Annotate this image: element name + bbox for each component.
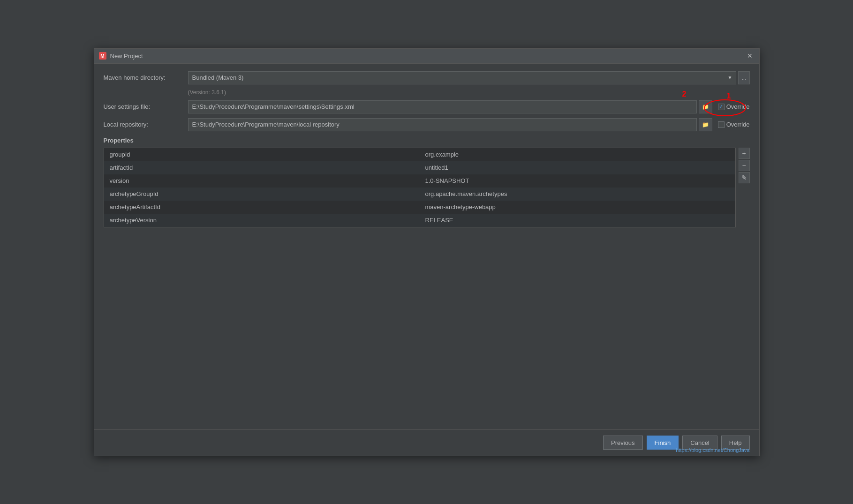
user-settings-override-label: Override: [726, 103, 750, 110]
property-value: untitled1: [420, 161, 735, 174]
property-value: org.example: [420, 148, 735, 161]
add-property-button[interactable]: +: [739, 148, 750, 159]
folder-icon: 📁: [702, 121, 709, 128]
local-repo-override-group: Override: [718, 121, 750, 128]
new-project-dialog: M New Project ✕ Maven home directory: Bu…: [94, 48, 760, 456]
footer: Previous Finish Cancel Help: [94, 429, 759, 456]
property-value: 1.0-SNAPSHOT: [420, 174, 735, 188]
remove-property-button[interactable]: −: [739, 160, 750, 171]
previous-button[interactable]: Previous: [603, 436, 643, 450]
table-row[interactable]: groupIdorg.example: [104, 148, 735, 161]
chevron-down-icon: ▼: [728, 75, 732, 80]
local-repo-browse-button[interactable]: 📁: [699, 118, 712, 131]
user-settings-override-checkbox[interactable]: [718, 104, 725, 110]
local-repo-row: Local repository: 📁 Override: [104, 118, 750, 131]
maven-home-value: Bundled (Maven 3): [192, 74, 244, 81]
property-key: artifactId: [104, 161, 420, 174]
table-row[interactable]: archetypeArtifactIdmaven-archetype-webap…: [104, 201, 735, 214]
property-key: archetypeGroupId: [104, 188, 420, 201]
property-key: archetypeArtifactId: [104, 201, 420, 214]
dialog-content: Maven home directory: Bundled (Maven 3) …: [94, 64, 759, 429]
maven-home-browse-button[interactable]: ...: [738, 71, 749, 84]
title-bar: M New Project ✕: [94, 49, 759, 64]
local-repo-label: Local repository:: [104, 121, 188, 128]
property-value: org.apache.maven.archetypes: [420, 188, 735, 201]
maven-home-label: Maven home directory:: [104, 74, 188, 81]
property-key: archetypeVersion: [104, 214, 420, 227]
user-settings-override-group: Override: [718, 103, 750, 110]
edit-property-button[interactable]: ✎: [739, 172, 750, 183]
local-repo-input-group: 📁 Override: [188, 118, 750, 131]
maven-home-dropdown[interactable]: Bundled (Maven 3) ▼: [188, 71, 737, 84]
maven-home-input-group: Bundled (Maven 3) ▼ ...: [188, 71, 750, 84]
properties-container: groupIdorg.exampleartifactIduntitled1ver…: [104, 148, 736, 227]
maven-home-row: Maven home directory: Bundled (Maven 3) …: [104, 71, 750, 84]
close-button[interactable]: ✕: [745, 51, 755, 60]
user-settings-input-group: 📁 Override: [188, 100, 750, 113]
finish-button[interactable]: Finish: [647, 436, 679, 450]
pencil-icon: ✎: [741, 174, 747, 181]
properties-table: groupIdorg.exampleartifactIduntitled1ver…: [104, 148, 735, 227]
dialog-icon: M: [99, 52, 106, 60]
user-settings-label: User settings file:: [104, 103, 188, 110]
user-settings-browse-button[interactable]: 📁: [699, 100, 712, 113]
user-settings-row: User settings file: 📁 Override: [104, 100, 750, 113]
property-key: version: [104, 174, 420, 188]
dialog-title: New Project: [110, 53, 143, 60]
property-key: groupId: [104, 148, 420, 161]
footer-link[interactable]: https://blog.csdn.net/ChongJava: [676, 447, 749, 453]
property-value: maven-archetype-webapp: [420, 201, 735, 214]
properties-section-title: Properties: [104, 137, 750, 144]
folder-icon: 📁: [702, 104, 709, 110]
properties-actions: + − ✎: [739, 148, 750, 183]
title-bar-left: M New Project: [99, 52, 143, 60]
table-row[interactable]: archetypeGroupIdorg.apache.maven.archety…: [104, 188, 735, 201]
user-settings-input[interactable]: [188, 100, 697, 113]
table-row[interactable]: archetypeVersionRELEASE: [104, 214, 735, 227]
properties-area: groupIdorg.exampleartifactIduntitled1ver…: [104, 148, 750, 227]
local-repo-override-label: Override: [726, 121, 750, 128]
table-row[interactable]: version1.0-SNAPSHOT: [104, 174, 735, 188]
property-value: RELEASE: [420, 214, 735, 227]
local-repo-input[interactable]: [188, 118, 697, 131]
local-repo-override-checkbox[interactable]: [718, 121, 725, 128]
version-text: (Version: 3.6.1): [188, 89, 750, 96]
table-row[interactable]: artifactIduntitled1: [104, 161, 735, 174]
